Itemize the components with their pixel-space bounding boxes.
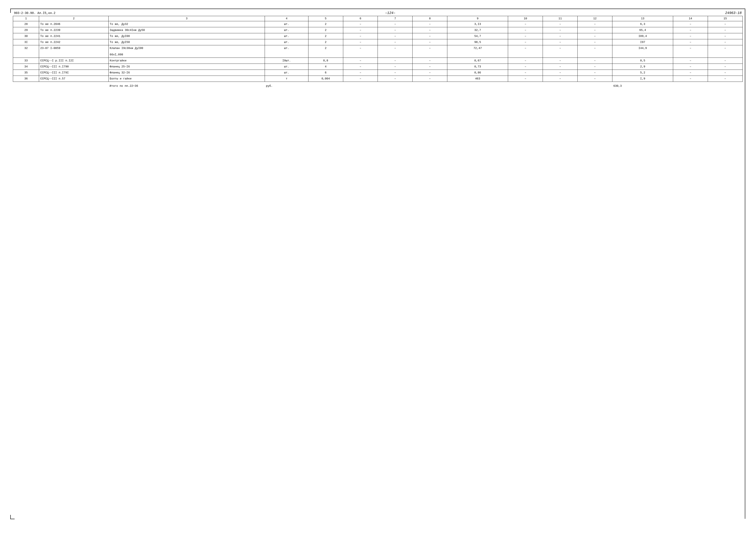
cell-8-9: 0,86	[447, 70, 508, 76]
cell-6-14: –	[673, 58, 708, 64]
cell-9-6: –	[343, 76, 378, 82]
total-empty-8	[413, 82, 447, 89]
cell-7-12: –	[577, 64, 613, 70]
cell-5-12: –	[577, 45, 613, 58]
cell-2-6: –	[343, 27, 378, 33]
cell-3-8: –	[413, 33, 447, 39]
cell-5-2: 23–07 I–0859	[39, 45, 109, 58]
cell-2-15: –	[708, 27, 743, 33]
cell-1-4: шт.	[265, 21, 308, 27]
cell-9-1: 36	[13, 76, 39, 82]
cell-4-11: –	[543, 39, 577, 45]
cell-4-10: –	[508, 39, 543, 45]
col-header-14: 14	[673, 16, 708, 21]
cell-2-7: –	[378, 27, 413, 33]
table-row: 36ССРСЦ-–III п.57Болты и гайкит0,004–––4…	[13, 76, 743, 82]
cell-3-15: –	[708, 33, 743, 39]
cell-5-5: 2	[308, 45, 343, 58]
cell-9-3: Болты и гайки	[109, 76, 265, 82]
cell-7-3: Фланец 25–I6	[109, 64, 265, 70]
cell-3-3: То же, ДуI00	[109, 33, 265, 39]
cell-3-10: –	[508, 33, 543, 39]
cell-4-6: –	[343, 39, 378, 45]
cell-2-10: –	[508, 27, 543, 33]
cell-6-4: I0шт.	[265, 58, 308, 64]
cell-4-7: –	[378, 39, 413, 45]
cell-4-1: 3I	[13, 39, 39, 45]
total-empty-11	[543, 82, 577, 89]
cell-6-5: 0,8	[308, 58, 343, 64]
total-empty-5	[308, 82, 343, 89]
cell-6-10: –	[508, 58, 543, 64]
bottom-left-corner	[10, 515, 15, 519]
cell-6-2: ССРСЦ-–I р.III п.I2I	[39, 58, 109, 64]
cell-6-12: –	[577, 58, 613, 64]
cell-8-5: 6	[308, 70, 343, 76]
cell-1-15: –	[708, 21, 743, 27]
cell-8-12: –	[577, 70, 613, 76]
cell-7-5: 4	[308, 64, 343, 70]
cell-2-4: шт.	[265, 27, 308, 33]
cell-5-8: –	[413, 45, 447, 58]
cell-5-9: 72,47	[447, 45, 508, 58]
cell-7-10: –	[508, 64, 543, 70]
cell-7-1: 34	[13, 64, 39, 70]
cell-7-7: –	[378, 64, 413, 70]
total-empty-7	[378, 82, 413, 89]
cell-3-13: I09,4	[612, 33, 673, 39]
col-header-13: 13	[612, 16, 673, 21]
cell-7-4: шт.	[265, 64, 308, 70]
cell-4-15: –	[708, 39, 743, 45]
cell-1-8: –	[413, 21, 447, 27]
total-empty-12	[577, 82, 613, 89]
table-row: 34ССРСЦ-–III п.I790Фланец 25–I6шт.4–––0,…	[13, 64, 743, 70]
cell-7-8: –	[413, 64, 447, 70]
cell-4-14: –	[673, 39, 708, 45]
cell-6-8: –	[413, 58, 447, 64]
cell-3-2: То же п.2241	[39, 33, 109, 39]
cell-1-6: –	[343, 21, 378, 27]
cell-1-14: –	[673, 21, 708, 27]
cell-4-5: 2	[308, 39, 343, 45]
cell-2-14: –	[673, 27, 708, 33]
cell-4-8: –	[413, 39, 447, 45]
cell-1-7: –	[378, 21, 413, 27]
cell-8-13: 5,2	[612, 70, 673, 76]
col-header-10: 10	[508, 16, 543, 21]
cell-9-13: I,9	[612, 76, 673, 82]
cell-3-12: –	[577, 33, 613, 39]
col-header-7: 7	[378, 16, 413, 21]
total-label: Итого по пп.22÷36	[109, 82, 265, 89]
cell-8-2: ССРСЦ-–III п.I79I	[39, 70, 109, 76]
cell-7-13: 2,9	[612, 64, 673, 70]
cell-6-7: –	[378, 58, 413, 64]
cell-2-3: Задвижка 30с4Iнж Ду50	[109, 27, 265, 33]
col-header-5: 5	[308, 16, 343, 21]
cell-8-4: шт.	[265, 70, 308, 76]
col-header-2: 2	[39, 16, 109, 21]
cell-7-11: –	[543, 64, 577, 70]
cell-1-2: То же п.2046	[39, 21, 109, 27]
cell-1-3: То же, Ду32	[109, 21, 265, 27]
cell-7-9: 0,73	[447, 64, 508, 70]
cell-8-15: –	[708, 70, 743, 76]
main-table: 1 2 3 4 5 6 7 8 9 10 11 12 13 14 15 28То…	[13, 16, 743, 88]
total-empty-15	[708, 82, 743, 89]
cell-9-7: –	[378, 76, 413, 82]
doc-id: 24963-18	[725, 11, 741, 15]
total-empty-14	[673, 82, 708, 89]
total-value: 630,3	[612, 82, 673, 89]
cell-5-3: Клапан I9с38нж ДуI0066хI,098	[109, 45, 265, 58]
cell-9-9: 463	[447, 76, 508, 82]
total-empty-2	[39, 82, 109, 89]
cell-2-5: 2	[308, 27, 343, 33]
column-headers: 1 2 3 4 5 6 7 8 9 10 11 12 13 14 15	[13, 16, 743, 21]
cell-6-11: –	[543, 58, 577, 64]
cell-6-9: 0,67	[447, 58, 508, 64]
page-container: 903-2-30.90. Ал.I5,кн.2 –124– 24963-18 1…	[11, 9, 745, 519]
cell-5-10: –	[508, 45, 543, 58]
col-header-11: 11	[543, 16, 577, 21]
cell-3-6: –	[343, 33, 378, 39]
cell-1-13: 6,3	[612, 21, 673, 27]
cell-6-1: 33	[13, 58, 39, 64]
